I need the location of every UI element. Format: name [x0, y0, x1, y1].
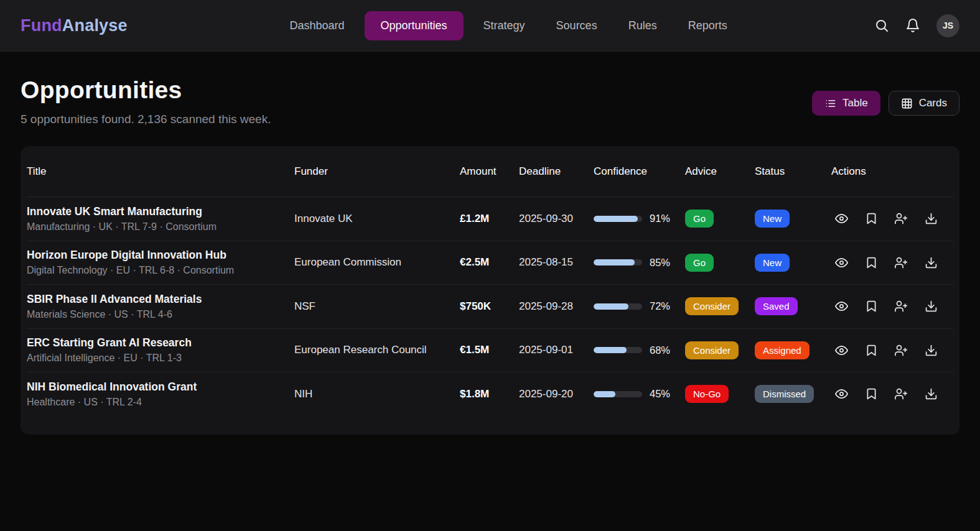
table-row[interactable]: NIH Biomedical Innovation Grant Healthca… [27, 372, 953, 416]
nav-item-strategy[interactable]: Strategy [472, 12, 536, 40]
status-badge: Dismissed [755, 385, 814, 403]
funder-cell: NIH [294, 388, 460, 400]
confidence-cell: 45% [594, 388, 685, 400]
deadline-cell: 2025-09-01 [519, 344, 594, 356]
nav-item-opportunities[interactable]: Opportunities [364, 11, 463, 40]
row-actions [831, 300, 953, 313]
opportunities-page: Opportunities 5 opportunities found. 2,1… [0, 76, 980, 435]
confidence-bar-track [594, 216, 642, 222]
nav-item-sources[interactable]: Sources [545, 12, 609, 40]
table-row[interactable]: Innovate UK Smart Manufacturing Manufact… [27, 196, 953, 241]
confidence-percent: 72% [650, 300, 670, 312]
confidence-bar-track [594, 391, 642, 397]
confidence-cell: 91% [594, 213, 685, 224]
column-header-funder: Funder [294, 165, 460, 178]
deadline-cell: 2025-09-20 [519, 388, 594, 400]
table-view-button[interactable]: Table [812, 91, 880, 116]
opportunity-meta: Materials Science · US · TRL 4-6 [27, 309, 294, 320]
column-header-status: Status [755, 165, 831, 178]
amount-cell: €2.5M [460, 256, 519, 269]
table-header-row: Title Funder Amount Deadline Confidence … [27, 146, 953, 196]
confidence-bar-track [594, 303, 642, 310]
row-actions [831, 256, 953, 269]
row-actions [831, 344, 953, 357]
amount-cell: £1.2M [460, 213, 519, 225]
bell-icon[interactable] [905, 18, 920, 33]
eye-icon[interactable] [835, 344, 848, 357]
advice-badge: No-Go [685, 385, 729, 403]
eye-icon[interactable] [835, 212, 848, 225]
table-row[interactable]: Horizon Europe Digital Innovation Hub Di… [27, 241, 953, 285]
deadline-cell: 2025-09-28 [519, 300, 594, 313]
column-header-confidence: Confidence [594, 165, 685, 178]
logo-text-analyse: Analyse [62, 16, 128, 35]
confidence-cell: 85% [594, 257, 685, 269]
deadline-cell: 2025-08-15 [519, 256, 594, 269]
confidence-percent: 85% [650, 257, 670, 269]
confidence-cell: 72% [594, 300, 685, 312]
grid-icon [901, 98, 913, 109]
user-plus-icon[interactable] [895, 344, 908, 357]
download-icon[interactable] [925, 387, 938, 400]
advice-badge: Consider [685, 341, 739, 359]
nav-item-dashboard[interactable]: Dashboard [278, 12, 355, 40]
opportunity-title: SBIR Phase II Advanced Materials [27, 293, 294, 306]
funder-cell: Innovate UK [294, 213, 460, 225]
confidence-cell: 68% [594, 344, 685, 356]
download-icon[interactable] [925, 344, 938, 357]
eye-icon[interactable] [835, 300, 848, 313]
advice-badge: Go [685, 254, 714, 272]
cards-view-label: Cards [919, 97, 947, 109]
bookmark-icon[interactable] [865, 212, 878, 225]
page-subtitle: 5 opportunities found. 2,136 scanned thi… [21, 113, 271, 126]
download-icon[interactable] [925, 212, 938, 225]
table-row[interactable]: ERC Starting Grant AI Research Artificia… [27, 328, 953, 372]
opportunities-table: Title Funder Amount Deadline Confidence … [21, 146, 959, 435]
nav-item-rules[interactable]: Rules [617, 12, 668, 40]
confidence-percent: 68% [650, 344, 670, 356]
eye-icon[interactable] [835, 387, 848, 400]
opportunity-meta: Digital Technology · EU · TRL 6-8 · Cons… [27, 265, 294, 276]
download-icon[interactable] [925, 256, 938, 269]
bookmark-icon[interactable] [865, 344, 878, 357]
amount-cell: $750K [460, 300, 519, 313]
nav-item-reports[interactable]: Reports [677, 12, 739, 40]
user-plus-icon[interactable] [895, 300, 908, 313]
table-row[interactable]: SBIR Phase II Advanced Materials Materia… [27, 284, 953, 328]
search-icon[interactable] [874, 18, 889, 33]
bookmark-icon[interactable] [865, 387, 878, 400]
user-plus-icon[interactable] [895, 387, 908, 400]
app-logo: FundAnalyse [21, 16, 128, 35]
status-badge: New [755, 254, 790, 272]
top-navigation-bar: FundAnalyse Dashboard Opportunities Stra… [0, 0, 980, 52]
bookmark-icon[interactable] [865, 256, 878, 269]
main-nav: Dashboard Opportunities Strategy Sources… [278, 0, 738, 51]
page-title: Opportunities [21, 76, 271, 104]
opportunity-title: Innovate UK Smart Manufacturing [27, 205, 294, 218]
confidence-bar-fill [594, 391, 615, 397]
row-actions [831, 387, 953, 400]
confidence-bar-fill [594, 347, 627, 353]
list-icon [824, 98, 836, 109]
advice-badge: Consider [685, 297, 739, 315]
page-header: Opportunities 5 opportunities found. 2,1… [21, 76, 959, 126]
view-toggle: Table Cards [812, 91, 959, 116]
status-badge: Assigned [755, 341, 810, 359]
deadline-cell: 2025-09-30 [519, 213, 594, 225]
column-header-title: Title [27, 165, 294, 178]
user-avatar[interactable]: JS [936, 14, 959, 37]
opportunity-meta: Manufacturing · UK · TRL 7-9 · Consortiu… [27, 221, 294, 233]
user-plus-icon[interactable] [895, 212, 908, 225]
opportunity-title: ERC Starting Grant AI Research [27, 336, 294, 349]
funder-cell: NSF [294, 300, 460, 313]
opportunity-title: Horizon Europe Digital Innovation Hub [27, 249, 294, 262]
download-icon[interactable] [925, 300, 938, 313]
amount-cell: €1.5M [460, 344, 519, 356]
eye-icon[interactable] [835, 256, 848, 269]
column-header-amount: Amount [460, 165, 519, 178]
column-header-advice: Advice [685, 165, 755, 178]
bookmark-icon[interactable] [865, 300, 878, 313]
cards-view-button[interactable]: Cards [889, 91, 959, 116]
confidence-bar-fill [594, 259, 635, 266]
user-plus-icon[interactable] [895, 256, 908, 269]
